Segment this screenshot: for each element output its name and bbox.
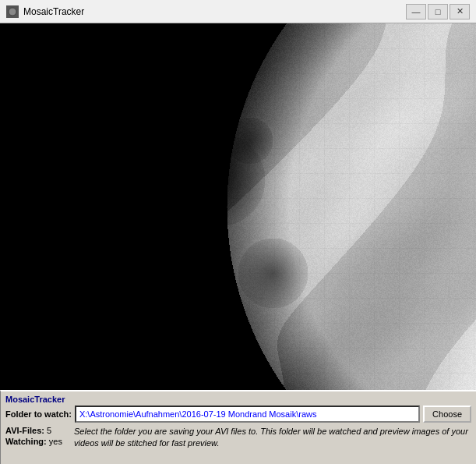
image-preview-area xyxy=(0,23,476,390)
avi-label: AVI-Files: xyxy=(5,426,44,435)
folder-row: Folder to watch: Choose xyxy=(5,406,471,423)
minimize-button[interactable]: — xyxy=(406,4,426,19)
watching-value: yes xyxy=(49,437,62,446)
stats-column: AVI-Files: 5 Watching: yes xyxy=(5,426,68,446)
maximize-button[interactable]: □ xyxy=(428,4,448,19)
panel-app-title: MosaicTracker xyxy=(5,395,471,404)
avi-value: 5 xyxy=(47,426,51,435)
watching-stat: Watching: yes xyxy=(5,437,68,446)
avi-files-stat: AVI-Files: 5 xyxy=(5,426,68,435)
moon-mosaic-canvas xyxy=(0,23,476,390)
folder-input[interactable] xyxy=(75,406,420,423)
bottom-panel: MosaicTracker Folder to watch: Choose AV… xyxy=(0,390,476,464)
watching-label: Watching: xyxy=(5,437,47,446)
close-button[interactable]: ✕ xyxy=(450,4,470,19)
info-row: AVI-Files: 5 Watching: yes Select the fo… xyxy=(5,426,471,450)
window-controls: — □ ✕ xyxy=(406,4,470,19)
svg-point-0 xyxy=(9,8,16,16)
window-title: MosaicTracker xyxy=(23,6,406,17)
title-bar: MosaicTracker — □ ✕ xyxy=(0,0,476,23)
choose-button[interactable]: Choose xyxy=(423,406,471,423)
folder-label: Folder to watch: xyxy=(5,409,72,419)
description-text: Select the folder you are saving your AV… xyxy=(74,426,471,450)
app-icon xyxy=(6,5,19,18)
